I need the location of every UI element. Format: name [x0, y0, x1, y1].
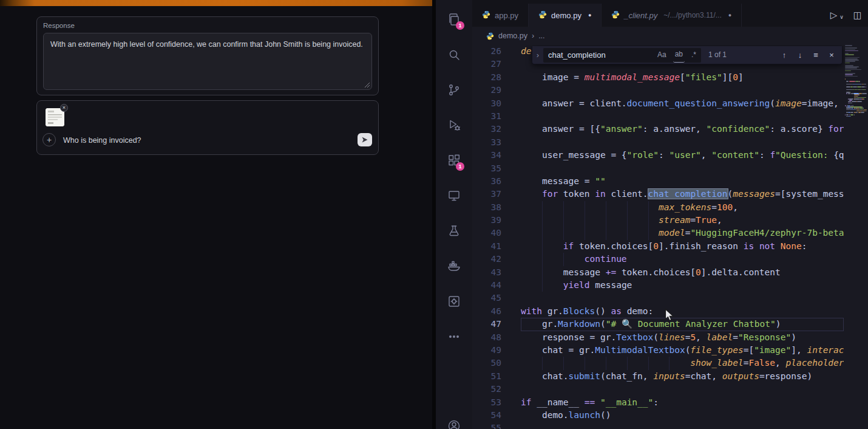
code-line[interactable]: [521, 383, 844, 396]
code-line[interactable]: message += token.choices[0].delta.conten…: [521, 266, 844, 279]
code-line[interactable]: model="HuggingFaceH4/zephyr-7b-beta: [521, 227, 844, 239]
code-line[interactable]: response = gr.Textbox(lines=5, label="Re…: [521, 331, 844, 344]
activity-bar-item-docker[interactable]: [436, 249, 472, 284]
code-line[interactable]: image = multimodal_message["files"][0]: [521, 71, 844, 84]
line-number[interactable]: 35: [472, 162, 501, 175]
match-case-button[interactable]: Aa: [656, 48, 668, 62]
line-number[interactable]: 31: [472, 110, 501, 123]
code-line[interactable]: show_label=False, placeholder=: [521, 357, 844, 369]
line-number[interactable]: 51: [472, 370, 501, 383]
line-number[interactable]: 50: [472, 357, 501, 369]
line-number[interactable]: 38: [472, 201, 501, 214]
line-number[interactable]: 43: [472, 266, 501, 279]
toggle-replace-chevron-icon[interactable]: ›: [532, 49, 543, 61]
previous-match-button[interactable]: ↑: [776, 49, 792, 61]
activity-bar-item-extensions[interactable]: 1: [436, 143, 472, 178]
code-line[interactable]: max_tokens=100,: [521, 201, 844, 214]
line-number[interactable]: 28: [472, 71, 501, 84]
activity-bar-item-search[interactable]: [436, 37, 472, 72]
activity-bar-item-more[interactable]: [436, 319, 472, 354]
line-number[interactable]: 49: [472, 344, 501, 357]
code-line[interactable]: if token.choices[0].finish_reason is not…: [521, 240, 844, 253]
code-line[interactable]: [521, 422, 844, 429]
find-in-selection-button[interactable]: ≡: [808, 49, 824, 61]
line-number[interactable]: 34: [472, 149, 501, 162]
code-line[interactable]: [521, 136, 844, 149]
activity-bar-item-tools[interactable]: [436, 284, 472, 319]
close-find-button[interactable]: ×: [824, 49, 839, 61]
code-line[interactable]: demo.launch(): [521, 409, 844, 422]
line-number[interactable]: 29: [472, 84, 501, 97]
line-number[interactable]: 53: [472, 396, 501, 409]
resize-handle-icon[interactable]: [364, 82, 370, 88]
line-number[interactable]: 32: [472, 123, 501, 136]
line-number[interactable]: 30: [472, 97, 501, 110]
line-number[interactable]: 36: [472, 175, 501, 188]
code-line[interactable]: [521, 110, 844, 123]
code-line[interactable]: yield message: [521, 279, 844, 292]
modified-indicator[interactable]: ●: [588, 12, 591, 18]
code-line[interactable]: [521, 84, 844, 97]
line-number[interactable]: 47: [472, 318, 501, 331]
line-number[interactable]: 27: [472, 58, 501, 70]
modified-indicator[interactable]: ●: [728, 12, 731, 18]
line-number[interactable]: 42: [472, 253, 501, 266]
breadcrumb-file[interactable]: demo.py: [498, 32, 527, 40]
gutter[interactable]: 2627282930313233343536373839404142434445…: [472, 45, 501, 429]
line-number[interactable]: 41: [472, 240, 501, 253]
line-number[interactable]: 46: [472, 305, 501, 318]
activity-bar-item-explorer[interactable]: 1: [436, 2, 472, 37]
code-line[interactable]: [521, 292, 844, 304]
code-line[interactable]: for token in client.chat_completion(mess…: [521, 188, 844, 201]
line-number[interactable]: 39: [472, 214, 501, 227]
next-match-button[interactable]: ↓: [792, 49, 808, 61]
add-file-button[interactable]: +: [42, 133, 56, 146]
badge: 1: [456, 21, 464, 30]
line-number[interactable]: 33: [472, 136, 501, 149]
line-number[interactable]: 54: [472, 409, 501, 422]
code-line[interactable]: with gr.Blocks() as demo:: [521, 305, 844, 318]
response-textarea[interactable]: With an extremely high level of confiden…: [43, 33, 372, 90]
code-line[interactable]: user_message = {"role": "user", "content…: [521, 149, 844, 162]
window-titlebar[interactable]: [0, 0, 432, 6]
minimap[interactable]: [844, 45, 868, 429]
line-number[interactable]: 26: [472, 45, 501, 58]
code-line[interactable]: if __name__ == "__main__":: [521, 396, 844, 409]
activity-bar-item-remote-explorer[interactable]: [436, 178, 472, 213]
code-line[interactable]: chat.submit(chat_fn, inputs=chat, output…: [521, 370, 844, 383]
line-number[interactable]: 48: [472, 331, 501, 344]
line-number[interactable]: 52: [472, 383, 501, 396]
activity-bar-item-account[interactable]: [436, 408, 472, 429]
whole-word-button[interactable]: ab: [673, 47, 685, 62]
find-input[interactable]: chat_completion Aa ab .*: [543, 48, 701, 63]
regex-button[interactable]: .*: [690, 48, 698, 62]
chat-input-text[interactable]: Who is being invoiced?: [63, 136, 141, 145]
split-editor-button[interactable]: ◫: [853, 10, 862, 21]
code-line[interactable]: message = "": [521, 175, 844, 188]
code-line[interactable]: answer = [{"answer": a.answer, "confiden…: [521, 123, 844, 136]
activity-bar-item-run-debug[interactable]: [436, 108, 472, 143]
activity-bar-item-testing[interactable]: [436, 213, 472, 249]
line-number[interactable]: 55: [472, 422, 501, 429]
code-content[interactable]: de image = multimodal_message["files"][0…: [521, 45, 844, 429]
code-line[interactable]: stream=True,: [521, 214, 844, 227]
remove-attachment-button[interactable]: ×: [60, 104, 68, 112]
tab-app.py[interactable]: app.py: [472, 4, 529, 27]
line-number[interactable]: 37: [472, 188, 501, 201]
code-line[interactable]: [521, 162, 844, 175]
line-number[interactable]: 44: [472, 279, 501, 292]
run-dropdown-chevron-icon[interactable]: ∨: [839, 14, 844, 20]
code-line[interactable]: answer = client.document_question_answer…: [521, 97, 844, 110]
code-line[interactable]: gr.Markdown("# 🔍 Document Analyzer Chatb…: [521, 318, 844, 331]
code-editor[interactable]: 2627282930313233343536373839404142434445…: [472, 45, 868, 429]
tab-_client.py[interactable]: _client.py~/.../python3.11/...●: [602, 4, 742, 27]
breadcrumb-more[interactable]: ...: [538, 32, 544, 40]
run-button[interactable]: ▷: [830, 10, 838, 21]
code-line[interactable]: chat = gr.MultimodalTextbox(file_types=[…: [521, 344, 844, 357]
activity-bar-item-source-control[interactable]: [436, 72, 472, 108]
code-line[interactable]: continue: [521, 253, 844, 266]
line-number[interactable]: 45: [472, 292, 501, 304]
tab-demo.py[interactable]: demo.py●: [529, 4, 602, 27]
send-button[interactable]: [358, 133, 372, 146]
line-number[interactable]: 40: [472, 227, 501, 239]
